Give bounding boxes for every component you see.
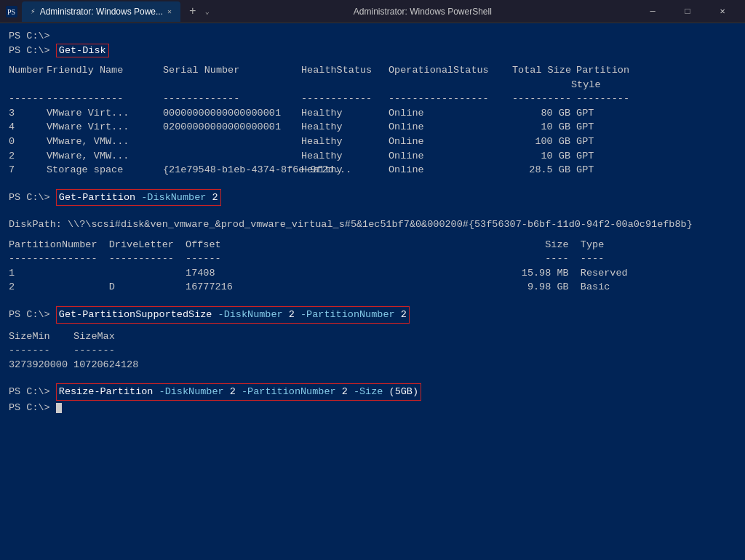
size-sep: ------- ------- <box>9 343 736 358</box>
size-header: SizeMin SizeMax <box>9 329 736 344</box>
spacer2 <box>9 177 736 183</box>
disk-table-header: NumberFriendly NameSerial NumberHealthSt… <box>9 63 736 78</box>
tab-dropdown[interactable]: ⌄ <box>205 7 210 16</box>
disk-table-sep: ----------------------------------------… <box>9 92 736 106</box>
titlebar: PS ⚡ Administrator: Windows Powe... ✕ + … <box>0 0 745 23</box>
tab-label: Administrator: Windows Powe... <box>40 7 163 17</box>
terminal-content: PS C:\> PS C:\> Get-Disk NumberFriendly … <box>0 23 745 560</box>
maximize-button[interactable]: □ <box>671 1 704 22</box>
tab-close-icon[interactable]: ✕ <box>167 7 172 16</box>
svg-text:PS: PS <box>7 8 15 16</box>
cursor <box>56 403 62 413</box>
spacer6 <box>9 232 736 238</box>
part-header: PartitionNumber DriveLetter Offset Size … <box>9 238 736 252</box>
prompt2: PS C:\> <box>9 192 56 203</box>
line-1: PS C:\> <box>9 29 736 44</box>
get-disk-command: Get-Disk <box>56 44 109 57</box>
resize-partition-command: Resize-Partition -DiskNumber 2 -Partitio… <box>56 383 421 401</box>
tab-icon: ⚡ <box>31 7 36 16</box>
spacer3 <box>9 183 736 189</box>
spacer <box>9 57 736 63</box>
terminal-tab[interactable]: ⚡ Administrator: Windows Powe... ✕ <box>22 1 180 22</box>
part-row-1: 1 17408 15.98 MB Reserved <box>9 266 736 281</box>
spacer5 <box>9 212 736 217</box>
window-controls: ─ □ ✕ <box>636 1 739 22</box>
get-partsize-command: Get-PartitionSupportedSize -DiskNumber 2… <box>56 306 410 324</box>
disk-row-3: 3VMware Virt... 00000000000000000001 Hea… <box>9 106 736 121</box>
get-partition-command: Get-Partition -DiskNumber 2 <box>56 189 221 207</box>
disk-table-header2: Style <box>9 78 736 92</box>
disk-row-2: 2VMware, VMW... HealthyOnline10 GB GPT <box>9 149 736 164</box>
prompt: PS C:\> <box>9 31 50 41</box>
spacer8 <box>9 300 736 306</box>
prompt3: PS C:\> <box>9 309 56 320</box>
line-get-disk: PS C:\> Get-Disk <box>9 44 736 58</box>
spacer9 <box>9 324 736 329</box>
part-row-2: 2 D 16777216 9.98 GB Basic <box>9 280 736 295</box>
line-final-prompt: PS C:\> <box>9 401 736 415</box>
close-button[interactable]: ✕ <box>706 1 739 22</box>
diskpath-line: DiskPath: \\?\scsi#disk&ven_vmware_&prod… <box>9 217 736 232</box>
spacer7 <box>9 295 736 300</box>
prompt: PS C:\> <box>9 45 56 56</box>
line-resize-partition: PS C:\> Resize-Partition -DiskNumber 2 -… <box>9 383 736 401</box>
disk-row-7: 7Storage space {21e79548-b1eb-4374-8f6e-… <box>9 163 736 177</box>
prompt4: PS C:\> <box>9 386 56 397</box>
spacer10 <box>9 372 736 377</box>
prompt5: PS C:\> <box>9 402 56 413</box>
line-get-partition: PS C:\> Get-Partition -DiskNumber 2 <box>9 189 736 207</box>
part-sep: --------------- ----------- ------ ---- … <box>9 252 736 266</box>
disk-row-0: 0VMware, VMW... HealthyOnline100 GB GPT <box>9 135 736 149</box>
spacer11 <box>9 377 736 383</box>
spacer4 <box>9 206 736 212</box>
window-title: Administrator: Windows PowerShell <box>214 7 632 17</box>
ps-icon: PS <box>6 6 17 17</box>
line-get-partsize: PS C:\> Get-PartitionSupportedSize -Disk… <box>9 306 736 324</box>
size-row: 3273920000 10720624128 <box>9 358 736 372</box>
disk-row-4: 4VMware Virt... 02000000000000000001 Hea… <box>9 120 736 135</box>
minimize-button[interactable]: ─ <box>636 1 669 22</box>
new-tab-button[interactable]: + <box>185 5 201 18</box>
